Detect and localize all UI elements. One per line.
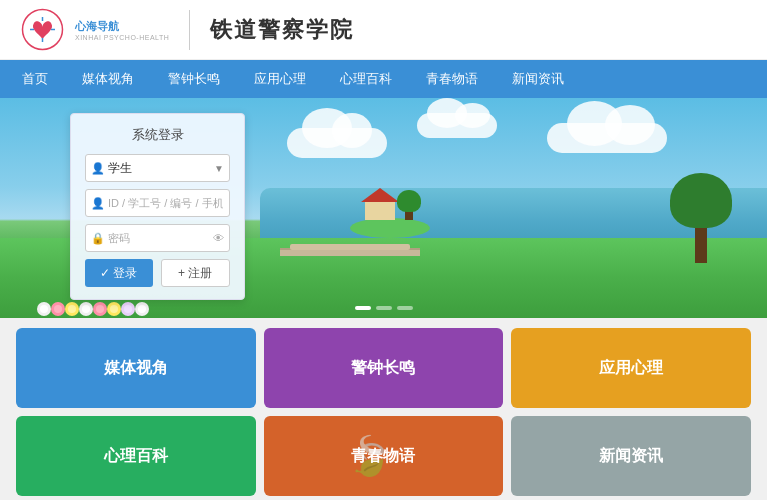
role-select-wrap: 👤 学生 教师 管理员 ▼	[85, 154, 230, 182]
card-warning-label: 警钟长鸣	[351, 358, 415, 379]
nav-wiki[interactable]: 心理百科	[338, 66, 394, 92]
role-icon: 👤	[91, 162, 105, 175]
header: 心海导航 XINHAI PSYCHO-HEALTH 铁道警察学院	[0, 0, 767, 60]
nav-warning[interactable]: 警钟长鸣	[166, 66, 222, 92]
logo-area: 心海导航 XINHAI PSYCHO-HEALTH 铁道警察学院	[20, 7, 354, 52]
logo-text: 心海导航 XINHAI PSYCHO-HEALTH	[75, 19, 169, 41]
island-house	[365, 200, 395, 220]
hero-tree-right	[695, 203, 707, 263]
flower-2	[54, 305, 62, 313]
hero-island	[350, 188, 430, 238]
nav-news[interactable]: 新闻资讯	[510, 66, 566, 92]
flower-4	[82, 305, 90, 313]
card-warning[interactable]: 警钟长鸣	[264, 328, 504, 408]
cloud-1	[287, 128, 387, 158]
cloud-3	[547, 123, 667, 153]
flower-1	[40, 305, 48, 313]
flower-7	[124, 305, 132, 313]
nav-psychology[interactable]: 应用心理	[252, 66, 308, 92]
main-nav: 首页 媒体视角 警钟长鸣 应用心理 心理百科 青春物语 新闻资讯	[0, 60, 767, 98]
carousel-dots	[355, 306, 413, 310]
card-news[interactable]: 新闻资讯	[511, 416, 751, 496]
island-tree	[405, 205, 413, 220]
carousel-dot-1[interactable]	[355, 306, 371, 310]
eye-icon[interactable]: 👁	[213, 232, 224, 244]
carousel-dot-3[interactable]	[397, 306, 413, 310]
card-wiki[interactable]: 心理百科	[16, 416, 256, 496]
id-input-wrap: 👤	[85, 189, 230, 217]
user-icon: 👤	[91, 197, 105, 210]
login-title: 系统登录	[85, 126, 230, 144]
island-ground	[350, 218, 430, 238]
card-wiki-label: 心理百科	[104, 446, 168, 467]
logo-icon	[20, 7, 65, 52]
card-media[interactable]: 媒体视角	[16, 328, 256, 408]
carousel-dot-2[interactable]	[376, 306, 392, 310]
id-input[interactable]	[85, 189, 230, 217]
role-select[interactable]: 学生 教师 管理员	[85, 154, 230, 182]
cloud-2	[417, 113, 497, 138]
flower-3	[68, 305, 76, 313]
site-title: 铁道警察学院	[210, 15, 354, 45]
flower-8	[138, 305, 146, 313]
login-form: 系统登录 👤 学生 教师 管理员 ▼ 👤 🔒 👁 ✓ 登录 + 注册	[70, 113, 245, 300]
hero-bridge	[280, 248, 420, 256]
nav-home[interactable]: 首页	[20, 66, 50, 92]
hero-section: 系统登录 👤 学生 教师 管理员 ▼ 👤 🔒 👁 ✓ 登录 + 注册	[0, 98, 767, 318]
flower-5	[96, 305, 104, 313]
card-apsy[interactable]: 应用心理	[511, 328, 751, 408]
card-youth-label: 青春物语	[351, 446, 415, 467]
register-button[interactable]: + 注册	[161, 259, 231, 287]
login-buttons: ✓ 登录 + 注册	[85, 259, 230, 287]
card-youth[interactable]: 🍃 青春物语	[264, 416, 504, 496]
card-news-label: 新闻资讯	[599, 446, 663, 467]
header-divider	[189, 10, 190, 50]
card-apsy-label: 应用心理	[599, 358, 663, 379]
login-button[interactable]: ✓ 登录	[85, 259, 153, 287]
lock-icon: 🔒	[91, 232, 105, 245]
pwd-input[interactable]	[85, 224, 230, 252]
nav-youth[interactable]: 青春物语	[424, 66, 480, 92]
pwd-input-wrap: 🔒 👁	[85, 224, 230, 252]
card-media-label: 媒体视角	[104, 358, 168, 379]
cards-grid: 媒体视角 警钟长鸣 应用心理 心理百科 🍃 青春物语 新闻资讯	[0, 318, 767, 500]
flower-6	[110, 305, 118, 313]
nav-media[interactable]: 媒体视角	[80, 66, 136, 92]
hero-flowers	[40, 305, 146, 313]
